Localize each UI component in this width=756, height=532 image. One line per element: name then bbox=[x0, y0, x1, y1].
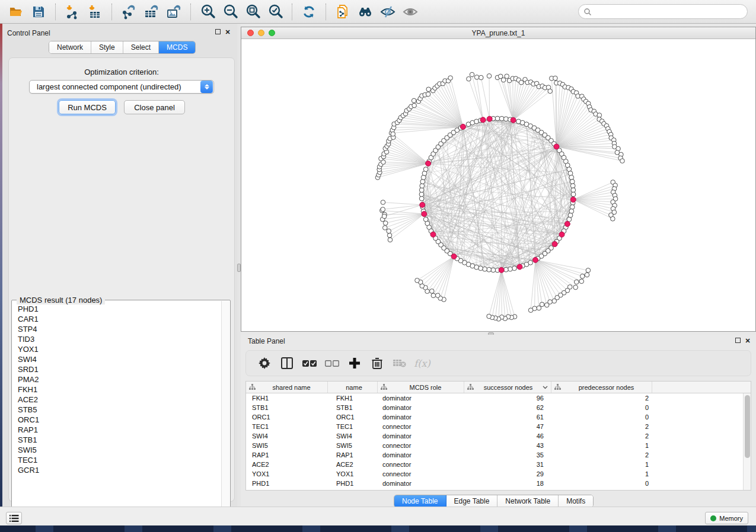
node-table[interactable]: shared namenameMCDS rolesuccessor nodesp… bbox=[245, 381, 751, 491]
ring-node[interactable] bbox=[423, 217, 428, 222]
export-network-icon[interactable] bbox=[120, 3, 138, 21]
mcds-hub-node[interactable] bbox=[430, 232, 436, 237]
ring-node[interactable] bbox=[567, 217, 572, 222]
leaf-node[interactable] bbox=[412, 98, 416, 103]
leaf-node[interactable] bbox=[552, 299, 557, 303]
zoom-out-icon[interactable] bbox=[221, 3, 239, 21]
leaf-node[interactable] bbox=[382, 214, 387, 219]
network-canvas[interactable] bbox=[241, 39, 755, 331]
mcds-hub-node[interactable] bbox=[480, 117, 486, 123]
mcds-result-item[interactable]: RAP1 bbox=[12, 425, 221, 435]
leaf-node[interactable] bbox=[387, 229, 391, 233]
leaf-node[interactable] bbox=[431, 293, 436, 298]
zoom-fit-icon[interactable] bbox=[244, 3, 261, 21]
leaf-node[interactable] bbox=[487, 73, 492, 78]
leaf-node[interactable] bbox=[387, 233, 392, 238]
table-row[interactable]: ORC1ORC1dominator610 bbox=[246, 412, 751, 422]
float-panel-icon[interactable] bbox=[215, 29, 221, 34]
save-session-icon[interactable] bbox=[30, 3, 47, 21]
ring-node[interactable] bbox=[487, 267, 492, 272]
leaf-node[interactable] bbox=[470, 72, 474, 77]
ring-node[interactable] bbox=[419, 188, 424, 193]
mcds-result-item[interactable]: YOX1 bbox=[12, 344, 221, 354]
mcds-result-scrollbar[interactable] bbox=[221, 301, 229, 517]
leaf-node[interactable] bbox=[585, 273, 589, 277]
add-column-icon[interactable] bbox=[347, 355, 362, 371]
mcds-result-item[interactable]: ORC1 bbox=[12, 415, 221, 425]
tab-mcds[interactable]: MCDS bbox=[159, 41, 195, 53]
mcds-result-item[interactable]: PHD1 bbox=[12, 304, 221, 314]
leaf-node[interactable] bbox=[426, 87, 431, 92]
leaf-node[interactable] bbox=[448, 76, 453, 81]
leaf-node[interactable] bbox=[580, 274, 585, 279]
table-row[interactable]: RAP1RAP1dominator352 bbox=[246, 450, 751, 460]
leaf-node[interactable] bbox=[383, 221, 388, 226]
leaf-node[interactable] bbox=[528, 308, 533, 313]
network-window-titlebar[interactable]: YPA_prune.txt_1 bbox=[241, 27, 755, 39]
leaf-node[interactable] bbox=[426, 92, 430, 97]
table-scrollbar-thumb[interactable] bbox=[745, 395, 750, 458]
mcds-hub-node[interactable] bbox=[460, 124, 465, 129]
export-image-icon[interactable] bbox=[165, 3, 183, 21]
close-panel-icon[interactable]: ✕ bbox=[744, 337, 751, 344]
column-header-predecessor-nodes[interactable]: predecessor nodes bbox=[551, 382, 652, 393]
memory-button[interactable]: Memory bbox=[705, 512, 748, 524]
delete-columns-icon[interactable] bbox=[369, 355, 385, 371]
leaf-node[interactable] bbox=[381, 207, 385, 212]
column-header-mcds-role[interactable]: MCDS role bbox=[378, 382, 464, 393]
ring-node[interactable] bbox=[499, 116, 504, 121]
ring-node[interactable] bbox=[495, 116, 500, 121]
leaf-node[interactable] bbox=[381, 200, 385, 205]
mcds-hub-node[interactable] bbox=[552, 241, 557, 246]
leaf-node[interactable] bbox=[467, 76, 471, 81]
ring-node[interactable] bbox=[571, 192, 576, 197]
close-panel-button[interactable]: Close panel bbox=[124, 100, 185, 114]
clone-network-icon[interactable] bbox=[334, 3, 352, 21]
ring-node[interactable] bbox=[570, 184, 575, 188]
tab-edge-table[interactable]: Edge Table bbox=[446, 495, 498, 507]
mcds-result-item[interactable]: STB5 bbox=[12, 405, 221, 415]
mcds-result-item[interactable]: PMA2 bbox=[12, 374, 221, 384]
optimization-criterion-select[interactable]: largest connected component (undirected) bbox=[29, 80, 214, 94]
search-field[interactable] bbox=[578, 4, 748, 19]
status-menu-button[interactable] bbox=[6, 512, 22, 524]
float-panel-icon[interactable] bbox=[735, 338, 741, 343]
zoom-in-icon[interactable] bbox=[199, 3, 216, 21]
column-header-name[interactable]: name bbox=[328, 382, 378, 393]
mcds-hub-node[interactable] bbox=[570, 197, 576, 202]
table-row[interactable]: FKH1FKH1dominator962 bbox=[246, 393, 751, 403]
leaf-node[interactable] bbox=[412, 103, 417, 108]
close-panel-icon[interactable]: ✕ bbox=[224, 28, 231, 36]
leaf-node[interactable] bbox=[430, 289, 435, 294]
split-columns-icon[interactable] bbox=[279, 355, 295, 371]
mcds-result-item[interactable]: ACE2 bbox=[12, 395, 221, 405]
mcds-result-item[interactable]: STB1 bbox=[12, 435, 221, 445]
table-row[interactable]: STB1STB1dominator620 bbox=[246, 403, 751, 412]
mcds-hub-node[interactable] bbox=[451, 254, 457, 259]
ring-node[interactable] bbox=[512, 266, 517, 271]
leaf-node[interactable] bbox=[479, 75, 484, 80]
table-scrollbar[interactable] bbox=[743, 393, 751, 490]
ring-node[interactable] bbox=[570, 205, 575, 210]
mcds-hub-node[interactable] bbox=[517, 264, 522, 270]
mcds-hub-node[interactable] bbox=[426, 161, 431, 166]
mcds-hub-node[interactable] bbox=[554, 144, 559, 149]
leaf-node[interactable] bbox=[435, 293, 440, 298]
mcds-hub-node[interactable] bbox=[564, 222, 570, 227]
ring-node[interactable] bbox=[570, 180, 575, 184]
tab-network[interactable]: Network bbox=[49, 41, 91, 53]
table-row[interactable]: SWI5SWI5connector431 bbox=[246, 441, 751, 450]
ring-node[interactable] bbox=[571, 188, 576, 193]
mcds-result-item[interactable]: TID3 bbox=[12, 334, 221, 344]
column-header-shared-name[interactable]: shared name bbox=[246, 382, 328, 393]
leaf-node[interactable] bbox=[505, 74, 509, 79]
leaf-node[interactable] bbox=[579, 279, 584, 284]
ring-node[interactable] bbox=[423, 167, 428, 172]
table-row[interactable]: TEC1TEC1connector472 bbox=[246, 422, 751, 431]
search-input[interactable] bbox=[592, 8, 734, 16]
leaf-node[interactable] bbox=[544, 303, 549, 307]
table-row[interactable]: PHD1PHD1dominator180 bbox=[246, 479, 751, 488]
mcds-hub-node[interactable] bbox=[511, 117, 516, 123]
ring-node[interactable] bbox=[503, 117, 508, 121]
tab-select[interactable]: Select bbox=[123, 41, 159, 53]
